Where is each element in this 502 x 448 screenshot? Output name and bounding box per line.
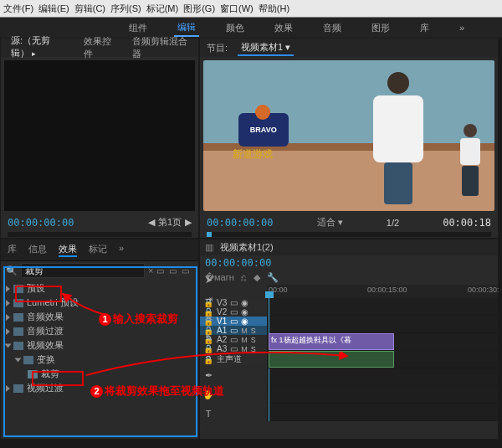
folder-audiotrans[interactable]: 音频过渡 <box>4 324 195 338</box>
32bit-icon[interactable]: ▭ <box>169 266 177 275</box>
ws-tab-graphics[interactable]: 图形 <box>368 20 393 36</box>
ws-tab-audio[interactable]: 音频 <box>320 20 345 36</box>
ruler-t2: 00:00:30: <box>468 286 499 294</box>
source-tc-row: 00:00:00:00 ◀ 第1页 ▶ <box>1 214 198 230</box>
source-tab-none[interactable]: 源:（无剪辑） ▸ <box>8 33 70 62</box>
eff-tab-more[interactable]: » <box>119 243 124 257</box>
toggle-icon[interactable]: ▭ <box>230 344 238 353</box>
effects-tabs: 库 信息 效果 标记 » <box>1 239 198 261</box>
effects-panel: 库 信息 效果 标记 » 🔍 × ▭ ▭ ▭ 预设 Lumetri 预设 音频效… <box>0 239 199 440</box>
mute-icon[interactable]: M <box>241 336 248 344</box>
type-tool-icon[interactable]: T <box>206 409 212 419</box>
eff-tab-info[interactable]: 信息 <box>28 243 47 257</box>
track-master-lane[interactable] <box>267 404 498 421</box>
ws-tab-color[interactable]: 颜色 <box>223 20 248 36</box>
source-tab-fx[interactable]: 效果控件 <box>80 34 119 61</box>
page-next-icon[interactable]: ▶ <box>185 217 192 228</box>
eff-tab-lib[interactable]: 库 <box>8 243 17 257</box>
track-lanes[interactable]: fx 1杨超越换鞋具以《暮 <box>267 298 498 421</box>
ws-tab-library[interactable]: 库 <box>417 20 433 36</box>
menu-window[interactable]: 窗口(W) <box>220 3 254 15</box>
marker-icon[interactable]: ◆ <box>254 272 260 283</box>
menu-graphics[interactable]: 图形(G) <box>183 3 215 15</box>
clip-fx-badge: fx <box>271 336 277 344</box>
hand-tool-icon[interactable]: ✋ <box>202 389 214 400</box>
folder-videofx[interactable]: 视频效果 <box>4 338 195 353</box>
clip-name: 1杨超越换鞋具以《暮 <box>279 336 351 344</box>
timeline-time-row: 00:00:00:00 <box>200 255 498 270</box>
ws-tab-overflow[interactable]: » <box>456 21 468 34</box>
mute-icon[interactable]: M <box>241 345 248 353</box>
video-clip[interactable]: fx 1杨超越换鞋具以《暮 <box>269 333 394 350</box>
person-main <box>369 72 428 206</box>
razor-tool-icon[interactable]: ✎ <box>205 332 213 343</box>
eye-icon[interactable]: ◉ <box>241 307 248 317</box>
track-v1-lane[interactable]: fx 1杨超越换鞋具以《暮 <box>267 333 498 351</box>
wrench-icon[interactable]: 🔧 <box>267 272 279 283</box>
logo-bravo: BRAVO <box>238 113 289 147</box>
program-title-prefix: 节目: <box>207 42 228 54</box>
eff-tab-fx[interactable]: 效果 <box>59 243 77 257</box>
yuv-icon[interactable]: ▭ <box>182 266 189 275</box>
page-prev-icon[interactable]: ◀ <box>148 217 155 228</box>
program-fit-select[interactable]: 适合 ▾ <box>317 216 343 229</box>
folder-audiofx[interactable]: 音频效果 <box>4 310 195 324</box>
timeline-title[interactable]: 视频素材1(2) <box>220 241 274 254</box>
accel-icon[interactable]: ▭ <box>156 266 164 275</box>
menu-edit[interactable]: 编辑(E) <box>38 3 69 15</box>
timeline-ruler[interactable]: 00:00 00:00:15:00 00:00:30: <box>267 285 498 298</box>
effects-search-input[interactable] <box>21 263 145 278</box>
toggle-icon[interactable]: ▭ <box>230 326 238 335</box>
timeline-tools: ➤ ⇥ ✂ ✎ ↔ ✒ ✋ T <box>201 275 216 419</box>
audio-clip[interactable] <box>269 351 394 368</box>
program-panel: 节目: 视频素材1 ▾ BRAVO 新道游戏 00:00:00:00 适合 ▾ … <box>199 38 499 239</box>
selection-tool-icon[interactable]: ➤ <box>205 275 213 286</box>
toggle-icon[interactable]: ▭ <box>230 317 238 326</box>
toggle-icon[interactable]: ▭ <box>230 335 238 344</box>
pen-tool-icon[interactable]: ✒ <box>205 370 213 381</box>
toggle-icon[interactable]: ▭ <box>230 307 238 317</box>
source-tab-audiomix[interactable]: 音频剪辑混合器 <box>129 34 192 61</box>
annot-box-search <box>15 286 62 302</box>
slip-tool-icon[interactable]: ↔ <box>204 352 213 362</box>
program-scrubber[interactable] <box>207 232 491 237</box>
program-timecode-left[interactable]: 00:00:00:00 <box>207 217 273 229</box>
timeline-seq-icon: ▥ <box>205 242 213 253</box>
track-select-tool-icon[interactable]: ⇥ <box>205 294 213 305</box>
track-v3-lane[interactable] <box>267 298 498 316</box>
solo-icon[interactable]: S <box>251 336 256 344</box>
ws-tab-effects[interactable]: 效果 <box>271 20 296 36</box>
program-tc-row: 00:00:00:00 适合 ▾ 1/2 00:00:18 <box>200 214 498 230</box>
menu-sequence[interactable]: 序列(S) <box>110 3 141 15</box>
mute-icon[interactable]: M <box>241 327 248 335</box>
source-panel: 源:（无剪辑） ▸ 效果控件 音频剪辑混合器 00:00:00:00 ◀ 第1页… <box>0 38 199 239</box>
toggle-icon[interactable]: ▭ <box>230 298 238 307</box>
eye-icon[interactable]: ◉ <box>241 317 248 326</box>
track-v2-lane[interactable] <box>267 316 498 333</box>
program-monitor[interactable]: BRAVO 新道游戏 <box>203 60 494 211</box>
program-ratio[interactable]: 1/2 <box>387 218 399 228</box>
source-timecode[interactable]: 00:00:00:00 <box>8 217 74 229</box>
solo-icon[interactable]: S <box>251 327 256 335</box>
menu-clip[interactable]: 剪辑(C) <box>74 3 105 15</box>
timeline-timecode[interactable]: 00:00:00:00 <box>205 257 271 269</box>
eff-tab-mark[interactable]: 标记 <box>89 243 107 257</box>
source-monitor <box>4 60 195 211</box>
folder-transform[interactable]: 变换 <box>4 353 195 367</box>
menu-mark[interactable]: 标记(M) <box>146 3 179 15</box>
ripple-tool-icon[interactable]: ✂ <box>205 313 213 324</box>
link-icon[interactable]: ⎌ <box>241 272 247 283</box>
menu-help[interactable]: 帮助(H) <box>259 3 289 15</box>
menu-file[interactable]: 文件(F) <box>3 3 33 15</box>
track-a1-lane[interactable] <box>267 351 498 368</box>
track-a2-lane[interactable] <box>267 368 498 386</box>
ws-tab-assembly[interactable]: 组件 <box>126 20 151 36</box>
program-title-tab[interactable]: 视频素材1 ▾ <box>238 40 294 56</box>
annot-box-effect <box>32 371 84 386</box>
eye-icon[interactable]: ◉ <box>241 298 248 307</box>
clear-search-icon[interactable]: × <box>148 265 153 275</box>
timeline-panel: ▥ 视频素材1(2) 00:00:00:00 �магн ⎌ ◆ 🔧 00:00… <box>199 239 499 440</box>
track-a3-lane[interactable] <box>267 386 498 404</box>
solo-icon[interactable]: S <box>251 345 256 353</box>
source-scrubber[interactable] <box>8 232 192 237</box>
